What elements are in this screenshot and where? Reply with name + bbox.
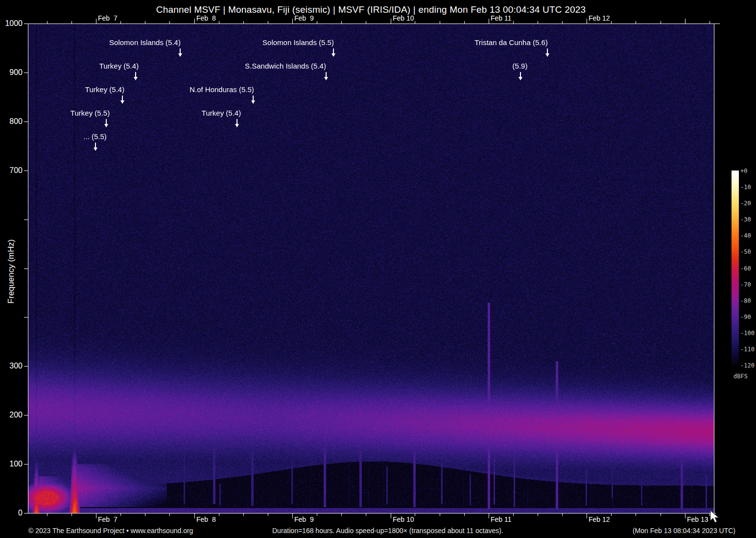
x-minor-tick bbox=[513, 514, 514, 516]
x-minor-tick bbox=[169, 21, 170, 24]
x-tick-label-bottom: Feb 11 bbox=[491, 515, 512, 523]
y-major-tick bbox=[24, 513, 28, 514]
colorbar-tick-label: -10 bbox=[740, 184, 756, 191]
x-minor-tick bbox=[538, 21, 538, 24]
earthquake-annotation: Turkey (5.4) bbox=[41, 62, 197, 70]
x-minor-tick bbox=[636, 21, 636, 24]
x-minor-tick bbox=[464, 514, 465, 516]
y-tick-label: 100 bbox=[1, 460, 23, 468]
x-minor-tick bbox=[243, 514, 244, 516]
y-major-tick bbox=[24, 122, 28, 122]
x-minor-tick bbox=[562, 514, 563, 516]
earthquake-annotation: Solomon Islands (5.4) bbox=[67, 38, 223, 47]
x-minor-tick bbox=[611, 21, 612, 24]
x-tick-label-top: Feb 7 bbox=[98, 14, 118, 22]
earthquake-annotation: Tristan da Cunha (5.6) bbox=[433, 38, 590, 47]
x-tick-label-top: Feb 12 bbox=[589, 14, 610, 22]
x-minor-tick bbox=[611, 514, 612, 516]
x-minor-tick bbox=[538, 514, 538, 516]
spectrogram-page: Channel MSVF | Monasavu, Fiji (seismic) … bbox=[0, 0, 756, 538]
x-major-tick bbox=[489, 19, 489, 24]
x-axis-bottom-line bbox=[28, 513, 716, 514]
colorbar-unit-label: dBFS bbox=[733, 373, 748, 380]
x-minor-tick bbox=[440, 514, 440, 516]
colorbar-tick-label: -120 bbox=[740, 362, 756, 369]
colorbar-tick-label: -110 bbox=[740, 346, 756, 353]
x-major-tick bbox=[587, 19, 587, 24]
y-major-tick bbox=[24, 171, 28, 171]
x-major-tick bbox=[292, 19, 293, 24]
x-minor-tick bbox=[47, 21, 47, 24]
y-tick-label: 0 bbox=[1, 509, 23, 517]
x-minor-tick bbox=[219, 514, 219, 516]
colorbar-tick-label: -50 bbox=[740, 248, 756, 255]
x-axis-top-line bbox=[28, 24, 720, 24]
x-major-tick bbox=[489, 514, 489, 518]
x-minor-tick bbox=[317, 21, 317, 24]
x-major-tick bbox=[391, 514, 391, 518]
x-major-tick bbox=[194, 19, 195, 24]
y-tick-label: 200 bbox=[1, 411, 23, 419]
x-minor-tick bbox=[366, 514, 366, 516]
x-major-tick bbox=[96, 514, 96, 518]
x-tick-label-top: Feb 10 bbox=[393, 14, 414, 22]
colorbar-tick-label: -40 bbox=[740, 232, 756, 239]
x-tick-label-top: Feb 9 bbox=[294, 14, 314, 22]
x-tick-label-bottom: Feb 8 bbox=[196, 515, 216, 523]
annotation-arrowhead bbox=[104, 124, 108, 127]
x-minor-tick bbox=[562, 21, 563, 24]
y-axis-left-line bbox=[28, 24, 28, 513]
y-tick-label: 700 bbox=[1, 166, 23, 175]
x-minor-tick bbox=[440, 21, 440, 24]
x-major-tick bbox=[194, 514, 195, 518]
earthquake-annotation: S.Sandwich Islands (5.4) bbox=[207, 62, 364, 70]
x-major-tick bbox=[391, 19, 391, 24]
x-minor-tick bbox=[71, 514, 72, 516]
y-axis-label: Frequency (mHz) bbox=[6, 218, 16, 325]
x-minor-tick bbox=[661, 514, 661, 516]
x-minor-tick bbox=[169, 514, 170, 516]
x-tick-label-bottom: Feb 7 bbox=[98, 515, 118, 523]
x-minor-tick bbox=[341, 514, 342, 516]
annotation-arrowhead bbox=[545, 53, 549, 57]
y-major-tick bbox=[24, 220, 28, 220]
x-minor-tick bbox=[317, 514, 317, 516]
earthquake-annotation: N.of Honduras (5.5) bbox=[143, 85, 300, 94]
x-tick-label-top: Feb 8 bbox=[196, 14, 216, 22]
x-minor-tick bbox=[415, 514, 415, 516]
x-minor-tick bbox=[243, 21, 244, 24]
x-minor-tick bbox=[464, 21, 465, 24]
x-minor-tick bbox=[415, 21, 415, 24]
copyright-text: © 2023 The Earthsound Project • www.eart… bbox=[28, 527, 193, 535]
colorbar-tick-label: -30 bbox=[740, 216, 756, 223]
x-minor-tick bbox=[341, 21, 342, 24]
y-major-tick bbox=[24, 269, 28, 269]
annotation-arrowhead bbox=[235, 124, 239, 127]
x-minor-tick bbox=[268, 514, 268, 516]
x-major-tick bbox=[96, 19, 96, 24]
x-major-tick bbox=[292, 514, 293, 518]
x-minor-tick bbox=[366, 21, 366, 24]
duration-text: Duration=168 hours. Audio speed-up=1800×… bbox=[272, 527, 503, 535]
y-major-tick bbox=[24, 366, 28, 367]
y-tick-label: 800 bbox=[1, 117, 23, 126]
x-minor-tick bbox=[661, 21, 661, 24]
x-minor-tick bbox=[709, 21, 710, 24]
y-tick-label: 900 bbox=[1, 68, 23, 77]
annotation-arrowhead bbox=[519, 77, 522, 80]
x-minor-tick bbox=[47, 514, 47, 516]
mouse-cursor-icon bbox=[709, 510, 720, 523]
y-tick-label: 300 bbox=[1, 362, 23, 370]
page-title: Channel MSVF | Monasavu, Fiji (seismic) … bbox=[28, 4, 714, 15]
colorbar-tick-label: +0 bbox=[740, 168, 756, 174]
colorbar-tick-label: -100 bbox=[740, 330, 756, 337]
y-major-tick bbox=[24, 24, 28, 24]
earthquake-annotation: Solomon Islands (5.5) bbox=[220, 38, 377, 47]
x-minor-tick bbox=[120, 21, 121, 24]
x-tick-label-bottom: Feb 12 bbox=[589, 515, 610, 523]
annotation-arrowhead bbox=[324, 77, 328, 80]
y-major-tick bbox=[24, 464, 28, 465]
colorbar-tick-label: -60 bbox=[740, 265, 756, 272]
annotation-arrowhead bbox=[251, 100, 255, 104]
x-minor-tick bbox=[145, 21, 145, 24]
